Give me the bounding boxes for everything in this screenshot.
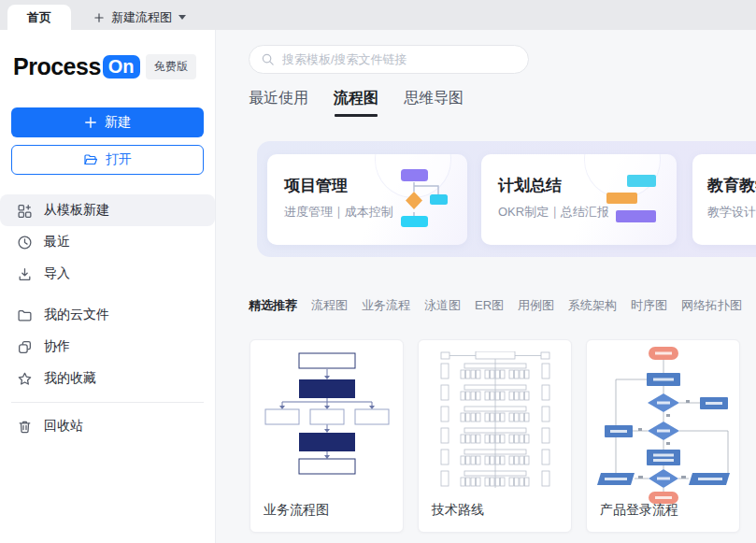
category-swimlane[interactable]: 泳道图	[424, 297, 461, 314]
sidebar-item-label: 导入	[44, 265, 70, 282]
banner-card-title: 项目管理	[284, 175, 348, 196]
window-tab-bar: 首页 新建流程图	[0, 0, 756, 30]
collaboration-icon	[17, 339, 33, 355]
new-file-button[interactable]: 新建	[11, 107, 204, 137]
sidebar-item-recycle-bin[interactable]: 回收站	[0, 410, 215, 442]
sidebar-item-collaboration[interactable]: 协作	[0, 331, 215, 363]
tab-home-label: 首页	[27, 9, 51, 26]
category-featured[interactable]: 精选推荐	[249, 297, 297, 314]
banner-card-title: 计划总结	[498, 175, 562, 196]
search-input[interactable]	[282, 52, 517, 66]
trash-icon	[17, 419, 33, 435]
banner-card-project-management[interactable]: 项目管理 进度管理｜成本控制	[267, 154, 467, 245]
plan-badge: 免费版	[146, 54, 196, 79]
template-card-label: 业务流程图	[264, 502, 329, 519]
banner-card-title: 教育教学	[707, 175, 756, 196]
chevron-down-icon	[178, 15, 186, 20]
plus-icon	[93, 12, 105, 23]
nav-spacer	[0, 290, 215, 299]
promo-banner: 项目管理 进度管理｜成本控制 计划总结 OKR制定｜总结汇报	[257, 141, 756, 257]
sidebar-item-label: 最近	[44, 234, 70, 250]
template-card-product-login-flow[interactable]: 产品登录流程	[586, 339, 740, 533]
sidebar-item-import[interactable]: 导入	[0, 258, 215, 290]
banner-card-subtitle: OKR制定｜总结汇报	[498, 204, 609, 221]
folder-icon	[17, 307, 33, 323]
template-card-label: 产品登录流程	[600, 502, 678, 519]
sidebar-item-my-cloud-files[interactable]: 我的云文件	[0, 299, 215, 331]
category-business-process[interactable]: 业务流程	[362, 297, 410, 314]
business-flowchart-thumbnail	[250, 351, 403, 475]
search-bar	[249, 45, 529, 74]
clock-icon	[17, 235, 33, 250]
sidebar-nav: 从模板新建 最近 导入 我的云文件 协作 我的收藏	[0, 194, 215, 442]
open-file-button[interactable]: 打开	[11, 145, 204, 175]
template-card-label: 技术路线	[432, 502, 484, 519]
open-folder-icon	[83, 152, 98, 167]
mini-flowchart-illustration	[387, 164, 454, 229]
category-filter-row: 精选推荐 流程图 业务流程 泳道图 ER图 用例图 系统架构 时序图 网络拓扑图	[249, 297, 742, 314]
category-use-case[interactable]: 用例图	[518, 297, 554, 314]
tab-new-label: 新建流程图	[111, 9, 172, 26]
banner-card-plan-summary[interactable]: 计划总结 OKR制定｜总结汇报	[481, 154, 677, 245]
sidebar-item-label: 从模板新建	[44, 202, 109, 219]
tab-new-flowchart[interactable]: 新建流程图	[84, 5, 195, 30]
banner-card-subtitle: 教学设计	[707, 204, 756, 221]
category-flowchart[interactable]: 流程图	[311, 297, 348, 314]
category-system-architecture[interactable]: 系统架构	[568, 297, 617, 314]
sidebar-item-new-from-template[interactable]: 从模板新建	[0, 194, 215, 226]
template-card-tech-roadmap[interactable]: 技术路线	[418, 339, 572, 533]
star-icon	[17, 371, 33, 387]
main-panel: 最近使用 流程图 思维导图 项目管理 进度管理｜成本控制 计划总结 OKR制定｜…	[216, 30, 756, 543]
brand-row: Process On 免费版	[0, 30, 215, 80]
sidebar-item-label: 我的云文件	[44, 307, 109, 323]
tab-flowchart[interactable]: 流程图	[334, 89, 378, 108]
brand-logo-badge: On	[103, 55, 140, 79]
banner-card-education[interactable]: 教育教学 教学设计	[692, 154, 756, 245]
new-file-button-label: 新建	[105, 114, 131, 131]
tab-recently-used[interactable]: 最近使用	[249, 89, 308, 108]
sidebar-item-label: 协作	[44, 338, 70, 355]
tab-mindmap[interactable]: 思维导图	[404, 89, 464, 108]
category-network-topology[interactable]: 网络拓扑图	[681, 297, 742, 314]
category-er-diagram[interactable]: ER图	[475, 297, 504, 314]
import-icon	[17, 266, 33, 282]
sidebar-item-label: 我的收藏	[44, 370, 96, 387]
app-frame: Process On 免费版 新建 打开 从模板新建 最近 导入	[0, 30, 756, 543]
brand-logo-text: Process	[13, 53, 101, 80]
template-card-business-flowchart[interactable]: 业务流程图	[250, 339, 404, 533]
plus-icon	[84, 116, 97, 129]
category-sequence[interactable]: 时序图	[631, 297, 667, 314]
tech-roadmap-thumbnail	[419, 351, 571, 492]
product-login-flow-thumbnail	[587, 345, 739, 504]
search-icon	[261, 52, 275, 66]
tab-home[interactable]: 首页	[7, 5, 71, 30]
sidebar-item-label: 回收站	[44, 418, 83, 435]
sidebar-item-favorites[interactable]: 我的收藏	[0, 363, 215, 394]
gantt-bars-illustration	[602, 175, 660, 223]
sidebar: Process On 免费版 新建 打开 从模板新建 最近 导入	[0, 30, 216, 543]
open-file-button-label: 打开	[106, 151, 132, 168]
content-tabs: 最近使用 流程图 思维导图	[249, 89, 464, 108]
nav-divider	[11, 402, 204, 403]
template-icon	[17, 203, 33, 219]
sidebar-item-recent[interactable]: 最近	[0, 226, 215, 258]
banner-card-subtitle: 进度管理｜成本控制	[284, 204, 393, 221]
